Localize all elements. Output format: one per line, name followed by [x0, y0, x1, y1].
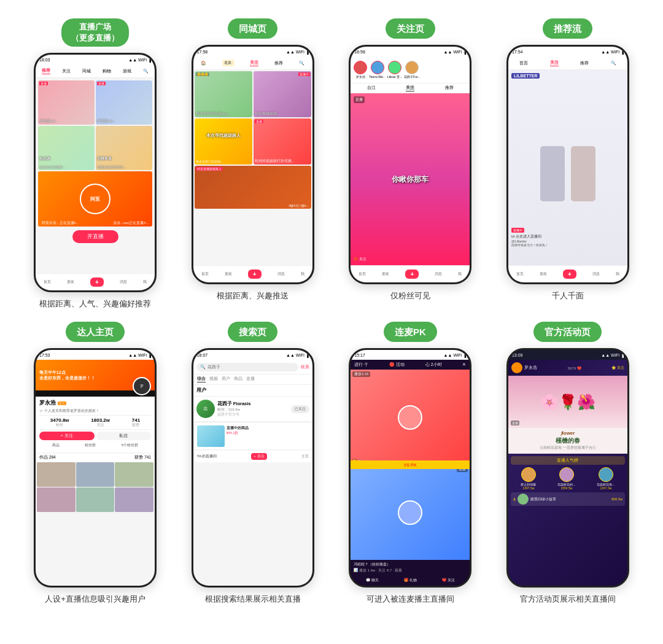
badge-1-2: 同城页	[228, 18, 277, 39]
search-confirm-btn[interactable]: 联系	[301, 364, 309, 370]
status-bar-2-3: 15:17 ▲▲ WiFi ▐	[351, 350, 470, 360]
screen-1-4: 17:54 ▲▲ WiFi ▐ 首页 关注 推荐 🔍 LILBETTER	[508, 47, 627, 282]
work-3[interactable]	[115, 462, 153, 487]
phone-2-2: 18:07 ▲▲ WiFi ▐ 🔍 花西子 联系 综合 视频 用户	[192, 348, 314, 588]
featured-cell[interactable]: 阿泵 阿泵外卖...正在直播#... 冻冻...cwn正在直播#...	[38, 171, 152, 227]
live-cell-1[interactable]: 直播 伊芙丽 eil...	[38, 80, 95, 125]
city-grid: 😊😊😊 程序员代码全是bug... 直播中 邻近视频超级... 本次寻找超级路人…	[193, 70, 312, 210]
live-product-card[interactable]: 直播中的商品 ¥44.1折	[195, 423, 311, 449]
user-desc: 花西子官方号	[217, 413, 289, 417]
rank-2[interactable]: 花蕊鲜花的... 1554.5w	[557, 467, 575, 490]
rank-1[interactable]: 爱之刻绿藤 1347.5w	[521, 467, 536, 490]
activity-live-bg[interactable]: 🌸🌹🌺 直播	[508, 376, 627, 428]
badge-1-4: 推荐流	[543, 18, 592, 39]
bottom-nav-1-3: 首页 朋友 + 消息 我	[351, 265, 470, 282]
city-cell-5[interactable]: 邻近直播超级路人 3楼4元门槛#...	[195, 166, 311, 209]
follow-tabs[interactable]: 台江 关注 推荐	[351, 83, 470, 93]
badge-1-1: 直播广场 （更多直播）	[61, 18, 129, 47]
activity-title: 槿檐的春	[511, 436, 625, 445]
phone-col-1-1: 直播广场 （更多直播） 18:03 ▲▲ WiFi ▐ 推荐 关注 同城 购物 …	[25, 18, 166, 309]
screen-2-3: 15:17 ▲▲ WiFi ▐ 进行 个 🔴 活动 心 2小时 ✕	[351, 350, 470, 586]
page-container: 直播广场 （更多直播） 18:03 ▲▲ WiFi ▐ 推荐 关注 同城 购物 …	[0, 0, 663, 629]
caption-2-4: 官方活动页展示相关直播间	[520, 594, 616, 605]
screen-1-1: 18:03 ▲▲ WiFi ▐ 推荐 关注 同城 购物 游戏 🔍	[36, 55, 155, 290]
ta-live-row: TA 的直播间 + 关注 主页	[195, 451, 311, 462]
nav-bar-1-1[interactable]: 推荐 关注 同城 购物 游戏 🔍	[36, 64, 155, 78]
pk-bottom-streamer[interactable]: 连麦	[351, 465, 470, 560]
city-cell-4[interactable]: 直播 吃鸡对战超级打折优惠...	[254, 118, 311, 165]
recommend-live[interactable]: LILBETTER 直播中 td 点击进入直播间 @Lilbetter 国潮专辑…	[508, 70, 627, 265]
nav-bar-1-4[interactable]: 首页 关注 推荐 🔍	[508, 56, 627, 70]
phone-col-2-1: 达人主页 17:53 ▲▲ WiFi ▐ 每天中午12点全是好东西，全是超值价！…	[25, 322, 166, 605]
badge-2-2: 搜索页	[228, 322, 277, 342]
work-2[interactable]	[76, 462, 115, 487]
work-1[interactable]	[37, 462, 76, 487]
profile-tabs[interactable]: 商品 粉丝群 5个粉丝群	[39, 443, 151, 448]
follow-live-btn[interactable]: + 关注	[251, 453, 266, 460]
status-bar-2-1: 17:53 ▲▲ WiFi ▐	[36, 350, 155, 360]
avatar-item-1[interactable]: 罗永浩	[354, 61, 367, 79]
profile-avatar: 罗	[133, 377, 151, 395]
follow-live-view[interactable]: 你瞅你那车 直播 🔴 关注	[351, 93, 470, 265]
phone-col-1-2: 同城页 17:58 ▲▲ WiFi ▐ 🏠 北京· 关注 推荐 🔍	[182, 18, 324, 309]
start-live-btn[interactable]: 开直播	[72, 230, 118, 243]
brand-name: 𝑓lower	[511, 430, 625, 436]
phone-2-3: 15:17 ▲▲ WiFi ▐ 进行 个 🔴 活动 心 2小时 ✕	[349, 348, 471, 588]
city-cell-2[interactable]: 直播中 邻近视频超级...	[254, 71, 311, 117]
avatar-item-2[interactable]: Teona We...	[369, 61, 386, 79]
pk-divider: VS PK	[351, 460, 470, 469]
pk-split: 播放2:18 🏆 PK VS PK 连麦	[351, 370, 470, 560]
works-grid: 作品 284 获赞 741	[36, 452, 155, 586]
nav-bar-1-2[interactable]: 🏠 北京· 关注 推荐 🔍	[193, 56, 312, 70]
city-cell-1[interactable]: 😊😊😊 程序员代码全是bug...	[195, 71, 252, 117]
search-bar: 🔍 花西子 联系	[193, 360, 312, 374]
pk-top-streamer[interactable]: 播放2:18 🏆 PK	[351, 370, 470, 465]
phone-col-2-3: 连麦PK 15:17 ▲▲ WiFi ▐ 进行 个 🔴 活动 心 2小时 ✕	[339, 322, 481, 605]
user-name: 罗永浩	[39, 399, 56, 407]
already-follow-btn[interactable]: 已关注	[291, 405, 309, 413]
bottom-nav-1-4: 首页 朋友 + 消息 我	[508, 265, 627, 282]
tab-视频[interactable]: 视频	[209, 376, 218, 382]
phone-1-4: 17:54 ▲▲ WiFi ▐ 首页 关注 推荐 🔍 LILBETTER	[506, 45, 629, 284]
private-msg-btn[interactable]: 私信	[96, 432, 152, 440]
status-bar-2-2: 18:07 ▲▲ WiFi ▐	[193, 350, 312, 360]
avatar-item-4[interactable]: 花西子For...	[404, 61, 420, 79]
user-result-card[interactable]: 花 花西子 Florasis 粉丝：216.8w 花西子官方号 已关注	[193, 397, 312, 422]
badge-2-4: 官方活动页	[533, 322, 602, 342]
profile-banner: 每天中午12点全是好东西，全是超值价！！ 罗	[36, 360, 155, 390]
badge-2-1: 达人主页	[66, 322, 125, 342]
phone-1-2: 17:58 ▲▲ WiFi ▐ 🏠 北京· 关注 推荐 🔍	[192, 45, 314, 284]
live-cell-2[interactable]: 直播 伊芙丽 eil...	[96, 80, 152, 125]
work-6[interactable]	[115, 487, 153, 512]
phone-col-1-4: 推荐流 17:54 ▲▲ WiFi ▐ 首页 关注 推荐 🔍	[497, 18, 638, 309]
live-cell-4[interactable]: 无聊多直 无聊多直来听新8日...	[96, 126, 152, 170]
flower-emoji: 🌸🌹🌺	[540, 394, 595, 411]
tab-商品[interactable]: 商品	[234, 376, 242, 382]
live-cell-3[interactable]: 起志高 起志高正在直播#...	[38, 126, 95, 170]
search-tabs[interactable]: 综合 视频 用户 商品 直播	[193, 374, 312, 385]
people-placeholder	[540, 146, 595, 201]
florasis-avatar: 花	[196, 400, 215, 418]
work-4[interactable]	[37, 487, 76, 512]
status-bar-1-3: 16:58 ▲▲ WiFi ▐	[351, 47, 470, 56]
user-display-name: 花西子 Florasis	[217, 401, 289, 407]
avatar-item-3[interactable]: Libras 苦...	[387, 61, 402, 79]
rank-3[interactable]: 花蕊鲜花海... 1247.3w	[597, 467, 615, 490]
tab-直播[interactable]: 直播	[246, 376, 255, 382]
rank-4[interactable]: 4 腹黑闷绿小益草 806.5w	[511, 492, 625, 506]
follow-btn[interactable]: + 关注	[39, 432, 95, 440]
status-bar-1-1: 18:03 ▲▲ WiFi ▐	[36, 55, 155, 64]
screen-1-3: 16:58 ▲▲ WiFi ▐ 罗永浩 Teona We...	[351, 47, 470, 282]
search-input-area[interactable]: 🔍 花西子	[196, 363, 298, 371]
tab-用户[interactable]: 用户	[222, 376, 230, 382]
caption-2-3: 可进入被连麦播主直播间	[366, 594, 454, 605]
status-bar-1-2: 17:58 ▲▲ WiFi ▐	[193, 47, 312, 56]
city-cell-3[interactable]: 本次寻找超级路人 更多全部门店促销...	[195, 118, 252, 165]
tab-综合[interactable]: 综合	[197, 376, 206, 382]
bottom-nav-1-2: 首页 朋友 + 消息 我	[193, 265, 312, 282]
work-5[interactable]	[76, 487, 115, 512]
live-thumbnail	[197, 425, 225, 447]
phone-2-1: 17:53 ▲▲ WiFi ▐ 每天中午12点全是好东西，全是超值价！！ 罗 罗…	[34, 348, 157, 588]
leaderboard: 直播人气榜 爱之刻绿藤 1347.5w 花蕊鲜花的...	[508, 454, 627, 586]
badge-1-3: 关注页	[386, 18, 435, 39]
